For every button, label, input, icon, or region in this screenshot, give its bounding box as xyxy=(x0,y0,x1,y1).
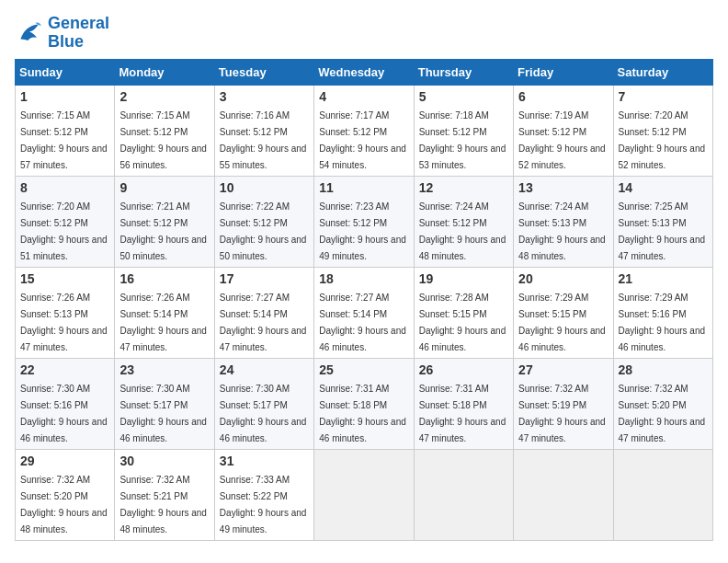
day-number: 27 xyxy=(518,362,608,377)
logo-text: General Blue xyxy=(48,15,109,52)
calendar-cell: 6 Sunrise: 7:19 AMSunset: 5:12 PMDayligh… xyxy=(514,85,613,176)
day-number: 6 xyxy=(518,89,608,104)
calendar-cell: 14 Sunrise: 7:25 AMSunset: 5:13 PMDaylig… xyxy=(613,176,712,267)
calendar-cell: 30 Sunrise: 7:32 AMSunset: 5:21 PMDaylig… xyxy=(115,449,214,540)
weekday-header-wednesday: Wednesday xyxy=(314,59,414,85)
weekday-header-friday: Friday xyxy=(514,59,613,85)
calendar-cell: 26 Sunrise: 7:31 AMSunset: 5:18 PMDaylig… xyxy=(414,358,513,449)
calendar-cell: 20 Sunrise: 7:29 AMSunset: 5:15 PMDaylig… xyxy=(514,267,613,358)
day-info: Sunrise: 7:15 AMSunset: 5:12 PMDaylight:… xyxy=(119,110,207,170)
weekday-header-monday: Monday xyxy=(115,59,214,85)
day-info: Sunrise: 7:31 AMSunset: 5:18 PMDaylight:… xyxy=(419,384,506,443)
calendar-cell: 4 Sunrise: 7:17 AMSunset: 5:12 PMDayligh… xyxy=(314,85,414,176)
calendar-cell: 10 Sunrise: 7:22 AMSunset: 5:12 PMDaylig… xyxy=(214,176,313,267)
day-number: 29 xyxy=(20,454,109,468)
calendar-cell: 3 Sunrise: 7:16 AMSunset: 5:12 PMDayligh… xyxy=(214,85,313,176)
calendar-cell xyxy=(414,449,513,540)
day-number: 9 xyxy=(119,180,209,195)
day-number: 12 xyxy=(419,180,508,195)
day-number: 11 xyxy=(319,180,408,195)
calendar-week-row: 29 Sunrise: 7:32 AMSunset: 5:20 PMDaylig… xyxy=(16,449,713,540)
day-info: Sunrise: 7:24 AMSunset: 5:12 PMDaylight:… xyxy=(419,201,506,261)
day-info: Sunrise: 7:26 AMSunset: 5:13 PMDaylight:… xyxy=(20,293,108,352)
calendar-cell: 22 Sunrise: 7:30 AMSunset: 5:16 PMDaylig… xyxy=(16,358,115,449)
day-number: 13 xyxy=(518,180,608,195)
day-number: 19 xyxy=(419,271,508,286)
day-info: Sunrise: 7:17 AMSunset: 5:12 PMDaylight:… xyxy=(319,110,406,170)
day-info: Sunrise: 7:32 AMSunset: 5:20 PMDaylight:… xyxy=(20,475,108,534)
day-number: 30 xyxy=(119,454,209,468)
day-number: 23 xyxy=(119,362,209,377)
calendar-cell: 9 Sunrise: 7:21 AMSunset: 5:12 PMDayligh… xyxy=(115,176,214,267)
day-info: Sunrise: 7:27 AMSunset: 5:14 PMDaylight:… xyxy=(220,293,307,352)
calendar-week-row: 22 Sunrise: 7:30 AMSunset: 5:16 PMDaylig… xyxy=(16,358,713,449)
calendar-week-row: 1 Sunrise: 7:15 AMSunset: 5:12 PMDayligh… xyxy=(16,85,713,176)
day-number: 3 xyxy=(220,89,309,104)
calendar-cell: 17 Sunrise: 7:27 AMSunset: 5:14 PMDaylig… xyxy=(214,267,313,358)
day-info: Sunrise: 7:33 AMSunset: 5:22 PMDaylight:… xyxy=(220,475,307,534)
day-info: Sunrise: 7:26 AMSunset: 5:14 PMDaylight:… xyxy=(119,293,207,352)
day-number: 22 xyxy=(20,362,109,377)
day-info: Sunrise: 7:18 AMSunset: 5:12 PMDaylight:… xyxy=(419,110,506,170)
day-number: 5 xyxy=(419,89,508,104)
day-number: 17 xyxy=(220,271,309,286)
day-number: 24 xyxy=(220,362,309,377)
calendar-table: SundayMondayTuesdayWednesdayThursdayFrid… xyxy=(15,59,713,541)
day-info: Sunrise: 7:31 AMSunset: 5:18 PMDaylight:… xyxy=(319,384,406,443)
calendar-cell: 27 Sunrise: 7:32 AMSunset: 5:19 PMDaylig… xyxy=(514,358,613,449)
day-info: Sunrise: 7:15 AMSunset: 5:12 PMDaylight:… xyxy=(20,110,108,170)
page-header: General Blue xyxy=(15,15,713,52)
day-info: Sunrise: 7:22 AMSunset: 5:12 PMDaylight:… xyxy=(220,201,307,261)
day-info: Sunrise: 7:32 AMSunset: 5:19 PMDaylight:… xyxy=(518,384,606,443)
day-number: 15 xyxy=(20,271,109,286)
calendar-cell: 13 Sunrise: 7:24 AMSunset: 5:13 PMDaylig… xyxy=(514,176,613,267)
day-info: Sunrise: 7:20 AMSunset: 5:12 PMDaylight:… xyxy=(20,201,108,261)
calendar-cell: 11 Sunrise: 7:23 AMSunset: 5:12 PMDaylig… xyxy=(314,176,414,267)
weekday-header-sunday: Sunday xyxy=(16,59,115,85)
day-info: Sunrise: 7:28 AMSunset: 5:15 PMDaylight:… xyxy=(419,293,506,352)
weekday-header-tuesday: Tuesday xyxy=(214,59,313,85)
calendar-cell: 2 Sunrise: 7:15 AMSunset: 5:12 PMDayligh… xyxy=(115,85,214,176)
calendar-cell xyxy=(613,449,712,540)
day-info: Sunrise: 7:29 AMSunset: 5:15 PMDaylight:… xyxy=(518,293,606,352)
day-number: 1 xyxy=(20,89,109,104)
calendar-cell: 7 Sunrise: 7:20 AMSunset: 5:12 PMDayligh… xyxy=(613,85,712,176)
calendar-cell: 23 Sunrise: 7:30 AMSunset: 5:17 PMDaylig… xyxy=(115,358,214,449)
calendar-cell xyxy=(314,449,414,540)
day-number: 21 xyxy=(619,271,708,286)
day-info: Sunrise: 7:19 AMSunset: 5:12 PMDaylight:… xyxy=(518,110,606,170)
day-number: 26 xyxy=(419,362,508,377)
day-info: Sunrise: 7:23 AMSunset: 5:12 PMDaylight:… xyxy=(319,201,406,261)
day-info: Sunrise: 7:29 AMSunset: 5:16 PMDaylight:… xyxy=(619,293,706,352)
calendar-cell: 5 Sunrise: 7:18 AMSunset: 5:12 PMDayligh… xyxy=(414,85,513,176)
calendar-cell: 25 Sunrise: 7:31 AMSunset: 5:18 PMDaylig… xyxy=(314,358,414,449)
day-number: 25 xyxy=(319,362,408,377)
calendar-cell: 31 Sunrise: 7:33 AMSunset: 5:22 PMDaylig… xyxy=(214,449,313,540)
calendar-cell: 24 Sunrise: 7:30 AMSunset: 5:17 PMDaylig… xyxy=(214,358,313,449)
day-number: 16 xyxy=(119,271,209,286)
calendar-cell: 15 Sunrise: 7:26 AMSunset: 5:13 PMDaylig… xyxy=(16,267,115,358)
day-number: 31 xyxy=(220,454,309,468)
day-info: Sunrise: 7:20 AMSunset: 5:12 PMDaylight:… xyxy=(619,110,706,170)
day-info: Sunrise: 7:30 AMSunset: 5:17 PMDaylight:… xyxy=(220,384,307,443)
day-number: 10 xyxy=(220,180,309,195)
calendar-cell: 28 Sunrise: 7:32 AMSunset: 5:20 PMDaylig… xyxy=(613,358,712,449)
day-number: 28 xyxy=(619,362,708,377)
day-info: Sunrise: 7:25 AMSunset: 5:13 PMDaylight:… xyxy=(619,201,706,261)
day-info: Sunrise: 7:30 AMSunset: 5:17 PMDaylight:… xyxy=(119,384,207,443)
day-number: 7 xyxy=(619,89,708,104)
weekday-header-thursday: Thursday xyxy=(414,59,513,85)
calendar-cell: 19 Sunrise: 7:28 AMSunset: 5:15 PMDaylig… xyxy=(414,267,513,358)
calendar-cell: 18 Sunrise: 7:27 AMSunset: 5:14 PMDaylig… xyxy=(314,267,414,358)
calendar-cell: 16 Sunrise: 7:26 AMSunset: 5:14 PMDaylig… xyxy=(115,267,214,358)
day-info: Sunrise: 7:24 AMSunset: 5:13 PMDaylight:… xyxy=(518,201,606,261)
day-number: 20 xyxy=(518,271,608,286)
day-number: 14 xyxy=(619,180,708,195)
logo-bird-icon xyxy=(15,18,44,48)
weekday-header-row: SundayMondayTuesdayWednesdayThursdayFrid… xyxy=(16,59,713,85)
day-info: Sunrise: 7:30 AMSunset: 5:16 PMDaylight:… xyxy=(20,384,108,443)
calendar-cell xyxy=(514,449,613,540)
day-number: 2 xyxy=(119,89,209,104)
day-number: 8 xyxy=(20,180,109,195)
weekday-header-saturday: Saturday xyxy=(613,59,712,85)
